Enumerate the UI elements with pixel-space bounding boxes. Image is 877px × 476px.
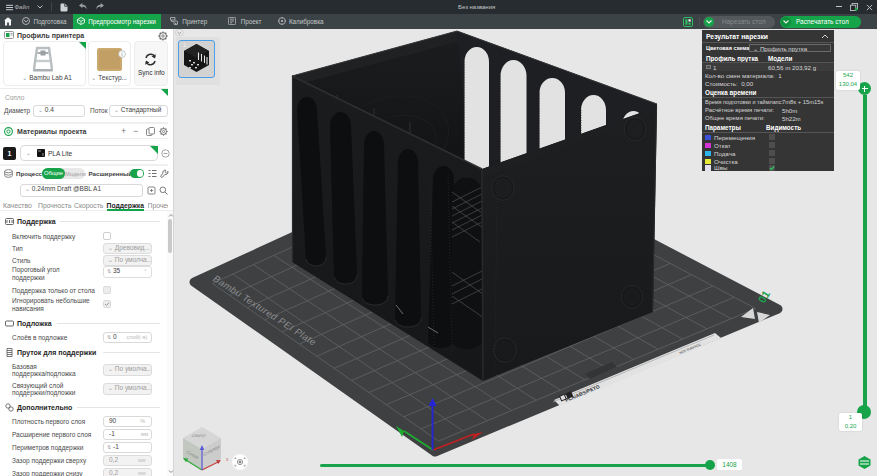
svg-text:x: x [226, 456, 229, 462]
